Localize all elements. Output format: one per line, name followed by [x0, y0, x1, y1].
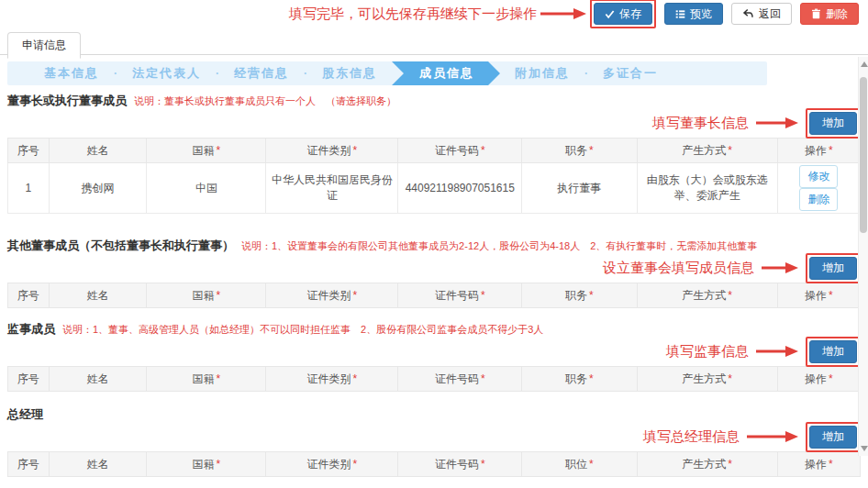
- chairman-table: 序号 姓名 国籍* 证件类别* 证件号码* 职务* 产生方式* 操作* 1 携创…: [7, 138, 861, 214]
- col-name: 姓名: [49, 367, 147, 392]
- required-marker: *: [481, 289, 485, 302]
- col-method: 产生方式*: [637, 139, 777, 163]
- back-button[interactable]: 返回: [731, 3, 792, 25]
- section-general-manager-title: 总经理: [7, 406, 43, 423]
- supervisors-add-button[interactable]: 增加: [809, 340, 857, 363]
- other-directors-table-header-row: 序号 姓名 国籍* 证件类别* 证件号码* 职务* 产生方式* 操作*: [8, 283, 861, 308]
- col-index: 序号: [8, 367, 50, 392]
- required-marker: *: [353, 458, 358, 471]
- col-name: 姓名: [49, 452, 147, 477]
- chairman-table-row: 1 携创网 中国 中华人民共和国居民身份证 440921198907051615…: [8, 163, 861, 214]
- annotation-arrow-right-icon: [756, 116, 798, 129]
- col-cert-no: 证件号码*: [398, 139, 522, 163]
- annotation-arrow-right-icon: [762, 261, 798, 274]
- annotation-arrow-right-icon: [747, 430, 798, 443]
- section-general-manager: 总经理 填写总经理信息 增加 序号 姓名 国籍* 证件类别* 证件号码* 职位*…: [7, 406, 861, 477]
- chairman-annotation: 填写董事长信息: [652, 115, 749, 132]
- step-business-info[interactable]: 经营信息: [219, 65, 304, 82]
- section-other-directors-title: 其他董事成员（不包括董事长和执行董事）: [7, 238, 234, 254]
- step-additional-info[interactable]: 附加信息: [500, 65, 584, 82]
- scrollbar-thumb[interactable]: [860, 77, 867, 233]
- toolbar-annotation: 填写完毕，可以先保存再继续下一步操作: [289, 6, 537, 23]
- vertical-scrollbar[interactable]: [858, 57, 868, 456]
- col-method: 产生方式*: [637, 283, 777, 308]
- list-icon: [675, 9, 685, 19]
- section-supervisors: 监事成员 说明：1、董事、高级管理人员（如总经理）不可以同时担任监事 2、股份有…: [7, 321, 861, 392]
- col-cert-no: 证件号码*: [398, 283, 522, 308]
- chairman-add-button[interactable]: 增加: [809, 112, 857, 135]
- row-edit-button[interactable]: 修改: [799, 165, 838, 188]
- row-delete-button[interactable]: 删除: [799, 188, 838, 211]
- col-operation: 操作*: [777, 367, 860, 392]
- cell-position: 执行董事: [522, 163, 637, 214]
- required-marker: *: [481, 372, 485, 385]
- scrollbar-down-arrow-icon[interactable]: [861, 446, 868, 451]
- required-marker: *: [589, 144, 594, 157]
- required-marker: *: [829, 458, 833, 471]
- save-button[interactable]: 保存: [594, 3, 652, 25]
- col-cert-no: 证件号码*: [398, 367, 522, 392]
- general-manager-add-highlight-box: 增加: [806, 422, 861, 452]
- section-chairman-note: 说明：董事长或执行董事成员只有一个人 （请选择职务）: [134, 94, 396, 108]
- other-directors-annotation: 设立董事会填写成员信息: [603, 260, 754, 277]
- step-shareholder-info[interactable]: 股东信息: [307, 65, 392, 82]
- other-directors-add-button[interactable]: 增加: [809, 257, 857, 280]
- col-index: 序号: [8, 452, 50, 477]
- general-manager-annotation: 填写总经理信息: [643, 428, 740, 446]
- col-method: 产生方式*: [637, 452, 777, 477]
- trash-icon: [811, 8, 821, 19]
- preview-button[interactable]: 预览: [664, 3, 723, 25]
- scrollbar-up-arrow-icon[interactable]: [861, 61, 868, 67]
- section-other-directors: 其他董事成员（不包括董事长和执行董事） 说明：1、设置董事会的有限公司其他董事成…: [7, 238, 861, 308]
- chairman-table-header-row: 序号 姓名 国籍* 证件类别* 证件号码* 职务* 产生方式* 操作*: [8, 139, 861, 163]
- step-member-info-active[interactable]: 成员信息: [392, 61, 500, 85]
- delete-button[interactable]: 删除: [800, 3, 859, 25]
- col-cert-no: 证件号码*: [398, 452, 522, 477]
- general-manager-table-header-row: 序号 姓名 国籍* 证件类别* 证件号码* 职位* 产生方式* 操作*: [8, 452, 861, 477]
- required-marker: *: [589, 289, 594, 302]
- section-chairman: 董事长或执行董事成员 说明：董事长或执行董事成员只有一个人 （请选择职务） 填写…: [7, 93, 861, 214]
- col-index: 序号: [8, 283, 50, 308]
- cell-operation: 修改 删除: [777, 163, 860, 214]
- required-marker: *: [829, 144, 833, 157]
- save-button-highlight-box: 保存: [590, 0, 656, 28]
- cell-name: 携创网: [49, 163, 147, 214]
- required-marker: *: [728, 144, 732, 157]
- supervisors-table: 序号 姓名 国籍* 证件类别* 证件号码* 职务* 产生方式* 操作*: [7, 366, 861, 392]
- col-position: 职务*: [522, 283, 637, 308]
- col-nationality: 国籍*: [147, 452, 266, 477]
- col-cert-type: 证件类别*: [266, 367, 398, 392]
- cell-cert-type: 中华人民共和国居民身份证: [266, 163, 398, 214]
- required-marker: *: [589, 372, 594, 385]
- supervisors-table-header-row: 序号 姓名 国籍* 证件类别* 证件号码* 职务* 产生方式* 操作*: [8, 367, 861, 392]
- required-marker: *: [217, 289, 221, 302]
- step-basic-info[interactable]: 基本信息: [29, 65, 114, 82]
- col-operation: 操作*: [777, 283, 860, 308]
- step-legal-representative[interactable]: 法定代表人: [117, 65, 216, 82]
- tab-application-info[interactable]: 申请信息: [7, 32, 81, 59]
- required-marker: *: [481, 458, 485, 471]
- col-cert-type: 证件类别*: [266, 139, 398, 163]
- general-manager-add-button[interactable]: 增加: [809, 426, 857, 449]
- other-directors-add-highlight-box: 增加: [806, 253, 861, 283]
- annotation-arrow-right-icon: [540, 7, 586, 20]
- supervisors-add-highlight-box: 增加: [806, 337, 861, 367]
- required-marker: *: [728, 289, 732, 302]
- tab-bar: 申请信息: [0, 28, 868, 55]
- required-marker: *: [217, 372, 221, 385]
- required-marker: *: [217, 458, 221, 471]
- required-marker: *: [353, 144, 358, 157]
- required-marker: *: [589, 458, 594, 471]
- col-method: 产生方式*: [637, 367, 777, 392]
- chairman-add-highlight-box: 增加: [806, 108, 861, 139]
- col-operation: 操作*: [777, 452, 860, 477]
- col-index: 序号: [8, 139, 50, 163]
- general-manager-table: 序号 姓名 国籍* 证件类别* 证件号码* 职位* 产生方式* 操作*: [7, 451, 861, 477]
- section-supervisors-title: 监事成员: [7, 321, 55, 338]
- section-supervisors-note: 说明：1、董事、高级管理人员（如总经理）不可以同时担任监事 2、股份有限公司监事…: [62, 323, 543, 337]
- required-marker: *: [728, 458, 732, 471]
- required-marker: *: [353, 289, 358, 302]
- step-multi-cert[interactable]: 多证合一: [588, 65, 673, 82]
- annotation-arrow-right-icon: [756, 345, 798, 358]
- required-marker: *: [829, 372, 833, 385]
